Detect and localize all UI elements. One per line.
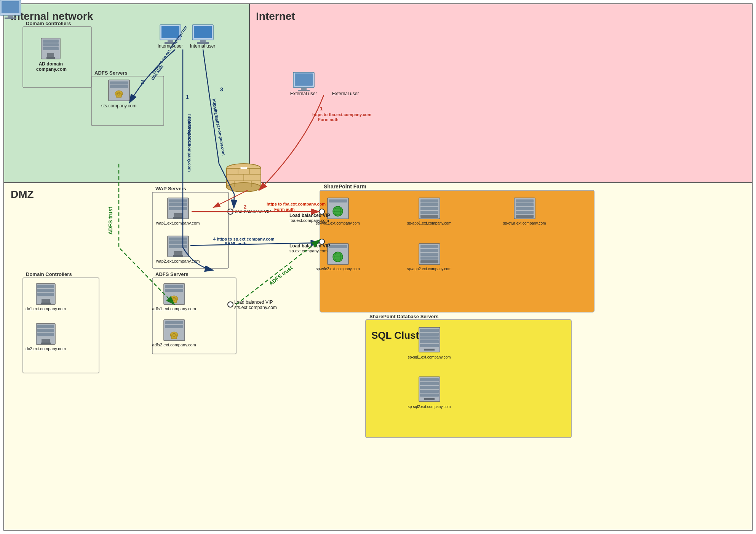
internet-zone	[249, 4, 752, 183]
svg-rect-46	[169, 203, 187, 206]
svg-rect-70	[37, 289, 54, 292]
svg-rect-78	[42, 339, 50, 343]
step3-label: 3	[220, 86, 223, 92]
wap-servers-label: WAP Servers	[155, 186, 186, 191]
dc1-server-icon	[36, 284, 55, 304]
wap1-label: wap1.ext.company.com	[156, 221, 200, 225]
sql2-server-icon	[419, 377, 440, 402]
lb-vip-fba-desc: Load balanced VIP	[289, 213, 330, 218]
dmz-label: DMZ	[11, 188, 34, 200]
adfs2-label: adfs2.ext.company.com	[152, 343, 196, 347]
step1-label-internal: 1	[186, 94, 189, 100]
adfs1-server-icon	[164, 284, 185, 304]
svg-rect-108	[516, 203, 534, 206]
svg-rect-125	[424, 398, 435, 400]
svg-rect-111	[516, 215, 534, 218]
svg-rect-63	[165, 321, 183, 324]
ad-domain-server-icon	[41, 38, 60, 59]
svg-rect-117	[420, 344, 439, 347]
svg-rect-77	[37, 333, 54, 336]
svg-rect-99	[420, 215, 438, 218]
svg-rect-31	[8, 15, 13, 18]
svg-rect-109	[516, 207, 534, 210]
svg-rect-120	[420, 378, 439, 381]
svg-point-35	[227, 183, 261, 192]
sp-wfe2-label: sp-wfe2.ext.company.com	[316, 267, 360, 271]
svg-rect-57	[165, 285, 183, 288]
svg-rect-101	[420, 245, 438, 248]
ad-domain-label: AD domain company.com	[36, 61, 67, 72]
step2-label-internal: 2	[141, 79, 144, 85]
svg-rect-51	[169, 238, 187, 241]
svg-rect-55	[173, 255, 183, 257]
svg-rect-76	[37, 329, 54, 332]
wap1-server-icon	[168, 198, 189, 219]
wap2-server-icon	[168, 236, 189, 257]
svg-rect-52	[169, 241, 187, 244]
svg-rect-10	[46, 57, 55, 59]
step4-label-text2: SAML auth	[225, 241, 247, 246]
svg-rect-118	[424, 349, 435, 351]
svg-rect-64	[165, 325, 183, 328]
svg-rect-102	[420, 249, 438, 252]
svg-rect-49	[173, 217, 183, 219]
sp-sql2-label: sp-sql2.ext.company.com	[408, 405, 451, 409]
domain-controllers-label: Domain controllers	[26, 21, 71, 26]
lb-vip-sp-desc2: sp.ext.company.com	[289, 249, 328, 253]
svg-rect-48	[174, 213, 182, 217]
svg-rect-73	[41, 303, 51, 304]
svg-rect-81	[329, 199, 347, 202]
sp-wfe2-icon	[328, 244, 348, 265]
sp-wfe1-icon	[328, 198, 348, 219]
svg-rect-113	[420, 329, 439, 332]
svg-rect-32	[5, 18, 16, 19]
adfs-trust-internal-label: ADFS trust	[107, 207, 113, 234]
svg-text:⟺: ⟺	[240, 165, 248, 171]
svg-rect-26	[295, 73, 313, 86]
step1-external-label1: https to fba.ext.company.com	[312, 112, 371, 117]
lb-vip-sts-label: Load balanced VIP	[234, 300, 273, 305]
adfs1-label: adfs1.ext.company.com	[152, 306, 196, 311]
svg-rect-75	[37, 325, 54, 328]
svg-rect-27	[301, 88, 307, 90]
svg-rect-104	[420, 257, 438, 260]
svg-rect-116	[420, 340, 439, 343]
svg-rect-71	[37, 293, 54, 296]
svg-rect-6	[43, 40, 59, 43]
svg-rect-13	[110, 85, 128, 88]
adfs2-server-icon	[164, 320, 185, 341]
sts-label: sts.company.com	[101, 103, 136, 108]
dc2-server-icon	[36, 324, 55, 344]
svg-rect-88	[329, 245, 347, 248]
svg-rect-7	[43, 43, 59, 46]
sp-app1-icon	[419, 198, 440, 219]
svg-rect-47	[169, 207, 187, 210]
svg-rect-22	[194, 26, 212, 38]
svg-rect-12	[110, 81, 128, 84]
sp-app1-label: sp-app1.ext.company.com	[407, 221, 452, 225]
svg-rect-53	[169, 245, 187, 248]
sp-owa-icon	[514, 198, 535, 219]
external-user1-label: External user	[290, 91, 317, 96]
sp-owa-label: sp-owa.ext.company.com	[503, 221, 546, 225]
sts-server-icon	[109, 80, 129, 101]
sp-sql1-label: sp-sql1.ext.company.com	[408, 355, 451, 359]
sp-farm-label: SharePoint Farm	[324, 183, 366, 190]
firewall-icon: ⟺	[227, 164, 261, 192]
step1-external-label2: Form auth	[318, 117, 339, 122]
svg-rect-122	[420, 386, 439, 389]
sp-db-label: SharePoint Database Servers	[369, 314, 438, 319]
svg-rect-107	[516, 199, 534, 202]
external-user2-label: External user	[332, 91, 359, 96]
svg-rect-54	[174, 251, 182, 255]
svg-rect-72	[42, 299, 50, 303]
lb-vip-fba-label2: Form auth	[274, 207, 295, 212]
sql1-server-icon	[419, 327, 440, 352]
svg-rect-8	[43, 47, 59, 50]
step2-external-num: 2	[244, 204, 246, 210]
step1-external-label-num: 1	[320, 106, 323, 112]
svg-rect-58	[165, 289, 183, 292]
lb-vip-fba-desc2: fba.ext.company.com	[289, 218, 329, 223]
domain-controllers-dmz-label: Domain Controllers	[26, 271, 72, 277]
svg-rect-45	[169, 199, 187, 202]
